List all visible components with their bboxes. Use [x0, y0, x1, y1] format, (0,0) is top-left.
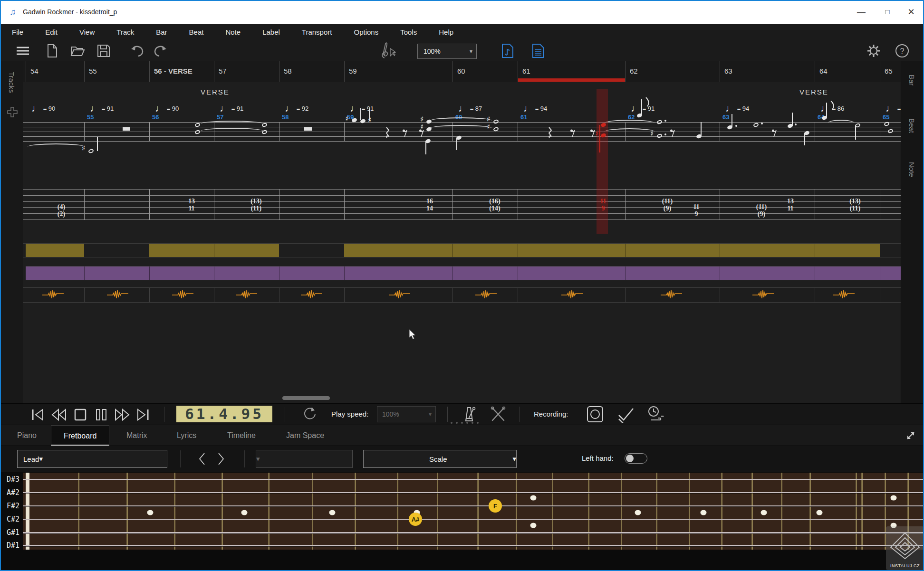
tempo-marking: ♩ = 91 — [90, 103, 114, 114]
menu-note[interactable]: Note — [214, 24, 251, 41]
tab-timeline[interactable]: Timeline — [215, 425, 268, 446]
menu-transport[interactable]: Transport — [291, 24, 343, 41]
tab-fret-numbers[interactable]: (11)(9) — [756, 203, 767, 218]
tab-fret-numbers[interactable]: (4)(2) — [58, 203, 65, 218]
ruler-bar-55[interactable]: 55 — [84, 61, 149, 82]
menu-label[interactable]: Label — [251, 24, 291, 41]
menu-tools[interactable]: Tools — [389, 24, 428, 41]
zoom-dropdown[interactable]: 100% ▾ — [417, 44, 477, 59]
beat-tab-vertical[interactable]: Beat — [908, 118, 916, 133]
section-row-purple[interactable] — [26, 266, 901, 280]
record-toggle-button[interactable] — [587, 406, 604, 423]
bar-ruler[interactable]: 545556 - VERSE575859606162636465 — [23, 61, 901, 82]
tab-fret-numbers[interactable]: 1614 — [426, 198, 433, 212]
rewind-button[interactable] — [50, 406, 67, 423]
ruler-bar-54[interactable]: 54 — [26, 61, 84, 82]
help-icon[interactable]: ? — [894, 42, 911, 59]
loop-button[interactable] — [301, 406, 318, 423]
ruler-bar-61[interactable]: 61 — [518, 61, 625, 82]
menu-track[interactable]: Track — [106, 24, 145, 41]
tab-fret-numbers[interactable]: 1311 — [188, 198, 195, 212]
stop-button[interactable] — [72, 406, 89, 423]
tab-fret-numbers[interactable]: (11)(9) — [662, 198, 673, 212]
scale-dropdown[interactable]: Scale ▾ — [363, 450, 517, 468]
olive-segment — [344, 244, 880, 257]
fret-wire — [689, 473, 690, 550]
fast-forward-button[interactable] — [114, 406, 131, 423]
new-file-icon[interactable] — [44, 42, 61, 59]
metronome-icon[interactable] — [460, 406, 477, 423]
fretboard-nut — [26, 473, 29, 550]
clef-cursor-icon[interactable] — [379, 42, 396, 59]
menu-edit[interactable]: Edit — [34, 24, 68, 41]
tab-fret-numbers[interactable]: (16)(14) — [489, 198, 500, 212]
score-view-icon[interactable] — [499, 42, 516, 59]
menu-bar[interactable]: Bar — [145, 24, 178, 41]
ruler-bar-63[interactable]: 63 — [720, 61, 815, 82]
track-select-dropdown[interactable]: Lead ▾ — [17, 450, 167, 468]
menu-view[interactable]: View — [68, 24, 106, 41]
section-row-olive[interactable] — [23, 243, 901, 257]
prev-chord-button[interactable] — [197, 452, 207, 466]
undo-icon[interactable] — [128, 42, 145, 59]
score-area[interactable]: VERSEVERSE♩ = 90♩ = 91♩ = 90♩ = 91♩ = 92… — [23, 82, 901, 403]
ruler-bar-56[interactable]: 56 - VERSE — [149, 61, 214, 82]
pause-button[interactable] — [93, 406, 110, 423]
skip-to-start-button[interactable] — [29, 406, 47, 423]
note-tab-vertical[interactable]: Note — [908, 162, 916, 177]
ruler-bar-65[interactable]: 65 — [880, 61, 901, 82]
ruler-bar-57[interactable]: 57 — [214, 61, 279, 82]
redo-icon[interactable] — [152, 42, 169, 59]
ruler-bar-60[interactable]: 60 — [452, 61, 518, 82]
left-hand-toggle[interactable] — [625, 453, 647, 464]
tab-fretboard[interactable]: Fretboard — [51, 425, 109, 446]
tab-fret-numbers[interactable]: (13)(11) — [250, 198, 261, 212]
sheet-view-icon[interactable] — [529, 42, 547, 59]
tab-fret-numbers[interactable]: 1311 — [787, 198, 794, 212]
play-speed-dropdown[interactable]: 100% ▾ — [377, 406, 436, 422]
augmentation-dot — [664, 120, 666, 122]
menu-options[interactable]: Options — [343, 24, 389, 41]
maximize-button[interactable]: □ — [878, 5, 897, 19]
add-track-icon[interactable] — [7, 106, 18, 118]
hamburger-menu-icon[interactable] — [14, 42, 31, 59]
drumsticks-icon[interactable] — [490, 406, 507, 423]
ruler-bar-62[interactable]: 62 — [625, 61, 720, 82]
segment-divider — [625, 266, 626, 280]
menu-file[interactable]: File — [1, 24, 34, 41]
chord-dropdown[interactable]: ▾ — [256, 450, 353, 468]
menu-help[interactable]: Help — [428, 24, 464, 41]
next-chord-button[interactable] — [216, 452, 226, 466]
tab-piano[interactable]: Piano — [5, 425, 49, 446]
horizontal-scrollbar[interactable] — [282, 396, 330, 400]
close-button[interactable]: ✕ — [902, 5, 921, 19]
skip-to-end-button[interactable] — [135, 406, 152, 423]
sharp-accidental: ♯ — [487, 123, 490, 131]
tab-lyrics[interactable]: Lyrics — [164, 425, 209, 446]
ruler-bar-label: 60 — [457, 67, 465, 75]
confirm-check-icon[interactable] — [617, 406, 634, 423]
segment-divider — [625, 244, 626, 257]
tab-matrix[interactable]: Matrix — [114, 425, 160, 446]
note-bubble-f[interactable]: F — [489, 499, 502, 513]
minimize-button[interactable]: — — [852, 5, 871, 19]
bar-tab-vertical[interactable]: Bar — [908, 75, 916, 86]
expand-panel-icon[interactable] — [905, 430, 916, 441]
open-file-icon[interactable] — [69, 42, 86, 59]
waveform-row[interactable] — [23, 287, 901, 303]
count-in-icon[interactable] — [646, 406, 664, 423]
ruler-bar-59[interactable]: 59 — [344, 61, 452, 82]
tab-jam-space[interactable]: Jam Space — [274, 425, 337, 446]
fretboard[interactable]: A#F — [23, 473, 924, 550]
save-icon[interactable] — [95, 42, 112, 59]
eighth-rest — [772, 129, 777, 137]
tab-fret-numbers[interactable]: 119 — [693, 203, 699, 218]
settings-gear-icon[interactable] — [865, 42, 882, 59]
tab-fret-numbers[interactable]: (13)(11) — [849, 198, 860, 212]
note-stem — [425, 141, 426, 154]
menu-beat[interactable]: Beat — [178, 24, 215, 41]
ruler-bar-64[interactable]: 64 — [815, 61, 880, 82]
note-bubble-as[interactable]: A# — [409, 513, 422, 526]
tracks-vertical-label[interactable]: Tracks — [8, 72, 16, 93]
ruler-bar-58[interactable]: 58 — [279, 61, 344, 82]
